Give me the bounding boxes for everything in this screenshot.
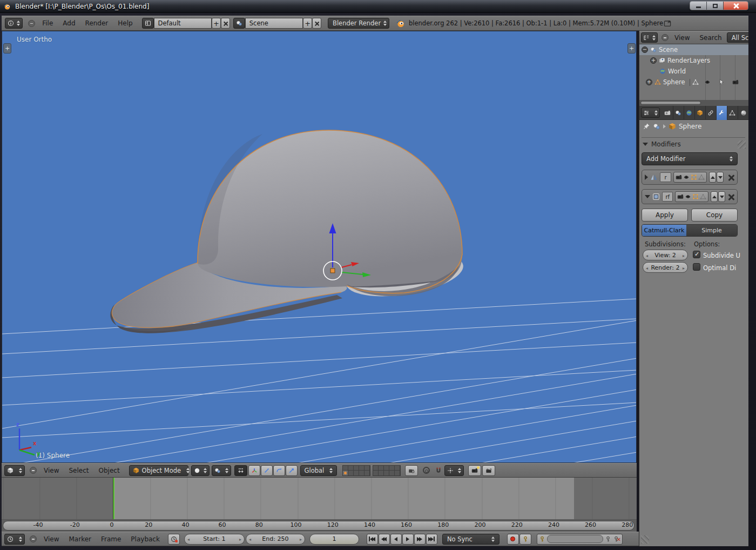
menu-item[interactable]: Frame	[96, 535, 126, 543]
tree-row-scene[interactable]: − Scene	[639, 44, 748, 55]
current-frame-field[interactable]: 1	[309, 534, 359, 545]
catmull-clark-option[interactable]: Catmull-Clark	[642, 225, 686, 236]
delete-modifier-icon[interactable]	[727, 174, 734, 181]
tree-item-label[interactable]: World	[668, 68, 686, 75]
tree-row-sphere[interactable]: + Sphere	[639, 77, 748, 88]
scene-field[interactable]: Scene	[245, 18, 303, 29]
rotate-manipulator-button[interactable]	[273, 465, 285, 476]
preview-range-button[interactable]	[168, 534, 180, 545]
optimal-display-checkbox[interactable]	[693, 263, 700, 271]
menu-item[interactable]: View	[39, 467, 64, 474]
timeline-scrollbar[interactable]	[3, 521, 634, 531]
collapse-menus-button[interactable]	[662, 34, 669, 41]
key-icon[interactable]	[539, 536, 545, 542]
opengl-render-anim-button[interactable]	[482, 465, 495, 476]
menu-item[interactable]: Playback	[126, 535, 165, 543]
transform-orientation-dropdown[interactable]: Global	[300, 465, 337, 476]
simple-option[interactable]: Simple	[686, 225, 737, 236]
selectability-cursor-icon[interactable]	[718, 79, 725, 85]
menu-item[interactable]: Help	[113, 19, 137, 27]
modifier-2-header[interactable]: rf	[642, 189, 738, 204]
minimize-button[interactable]	[690, 2, 707, 10]
layers-grid-2[interactable]	[373, 465, 401, 476]
window-duplicate-icon[interactable]	[663, 19, 672, 28]
snap-magnet-icon[interactable]	[435, 467, 442, 474]
cage-toggle-icon[interactable]	[700, 193, 706, 200]
screen-layout-field[interactable]: Default	[154, 18, 212, 29]
modifier-name-field[interactable]: rf	[662, 192, 673, 202]
collapse-icon[interactable]: −	[642, 46, 648, 53]
collapse-menus-button[interactable]	[28, 20, 35, 27]
tab-object-data[interactable]	[727, 106, 738, 120]
next-keyframe-button[interactable]	[414, 534, 426, 545]
copy-button[interactable]: Copy	[691, 209, 738, 222]
toolshelf-open-tab[interactable]: +	[3, 43, 11, 53]
tab-object[interactable]	[695, 106, 706, 120]
viewport-toggle-eye-icon[interactable]	[685, 193, 691, 200]
sync-dropdown[interactable]: No Sync	[442, 534, 500, 545]
menu-item[interactable]: File	[37, 19, 58, 27]
snap-element-dropdown[interactable]	[444, 465, 464, 476]
3d-viewport[interactable]: User Ortho (1) Sphere z x y + +	[2, 31, 637, 463]
tab-modifiers[interactable]	[717, 106, 727, 120]
screen-layout-icon-button[interactable]	[142, 18, 154, 29]
keying-mode-button[interactable]	[519, 534, 531, 545]
layers-grid-1[interactable]	[342, 465, 370, 476]
timeline-canvas[interactable]	[2, 478, 637, 520]
modifier-name-field[interactable]: r	[660, 172, 671, 182]
render-engine-dropdown[interactable]: Blender Render	[328, 18, 389, 29]
visibility-eye-icon[interactable]	[704, 79, 711, 85]
maximize-button[interactable]	[707, 2, 724, 10]
manipulator-toggle-button[interactable]	[234, 465, 247, 476]
editor-type-button[interactable]	[4, 534, 25, 545]
mode-dropdown[interactable]: Object Mode	[129, 465, 188, 476]
panel-drag-grip[interactable]	[738, 140, 746, 149]
render-toggle-camera-icon[interactable]	[677, 193, 684, 200]
jump-to-end-button[interactable]	[426, 534, 437, 545]
menu-item[interactable]: Render	[80, 19, 113, 27]
tab-render[interactable]	[663, 106, 673, 120]
subdivide-uvs-checkbox[interactable]	[693, 251, 700, 258]
move-up-button[interactable]	[709, 172, 716, 183]
add-layout-button[interactable]: +	[212, 18, 221, 29]
scene-icon-button[interactable]	[233, 18, 245, 29]
proportional-edit-icon[interactable]	[423, 467, 430, 474]
display-filter-dropdown[interactable]: All Scenes	[727, 32, 748, 43]
editmode-toggle-icon[interactable]	[691, 174, 697, 180]
current-frame-line[interactable]	[113, 478, 114, 520]
move-up-button[interactable]	[711, 191, 718, 202]
editor-resize-grip[interactable]	[641, 535, 649, 544]
pin-icon[interactable]	[643, 123, 650, 130]
editor-type-button[interactable]	[641, 32, 658, 43]
tab-constraints[interactable]	[706, 106, 717, 120]
timeline-ruler[interactable]: -40-200204060801001201401601802002202402…	[2, 520, 637, 532]
delete-modifier-icon[interactable]	[727, 193, 734, 200]
cap-model[interactable]	[110, 130, 466, 333]
delete-scene-button[interactable]	[312, 18, 321, 29]
tree-row-renderlayers[interactable]: + RenderLayers	[639, 55, 748, 66]
active-layer-cell[interactable]	[343, 471, 348, 475]
panel-collapse-icon[interactable]	[643, 143, 648, 146]
view-subdivisions-field[interactable]: View: 2	[643, 250, 688, 260]
menu-item[interactable]: Add	[58, 19, 80, 27]
render-toggle-camera-icon[interactable]	[676, 174, 682, 180]
tree-item-label[interactable]: Scene	[659, 46, 678, 53]
expand-icon[interactable]: +	[646, 79, 652, 85]
tab-material[interactable]	[738, 106, 748, 120]
move-down-button[interactable]	[718, 191, 725, 202]
scale-manipulator-button[interactable]	[286, 465, 298, 476]
add-modifier-dropdown[interactable]: Add Modifier	[642, 152, 738, 165]
render-subdivisions-field[interactable]: Render: 2	[643, 262, 688, 273]
menu-item[interactable]: Marker	[64, 535, 96, 543]
tree-item-label[interactable]: RenderLayers	[667, 57, 710, 64]
lock-to-scene-button[interactable]	[405, 465, 418, 476]
translate-manipulator-button[interactable]	[261, 465, 273, 476]
keying-set-field[interactable]	[547, 535, 603, 543]
delete-layout-button[interactable]	[221, 18, 230, 29]
expand-icon[interactable]	[645, 175, 648, 180]
renderability-camera-icon[interactable]	[732, 79, 739, 85]
expand-icon[interactable]: +	[650, 57, 657, 64]
menu-item[interactable]: Search	[694, 34, 726, 42]
viewport-toggle-eye-icon[interactable]	[683, 174, 690, 180]
tree-item-label[interactable]: Sphere	[663, 78, 685, 86]
